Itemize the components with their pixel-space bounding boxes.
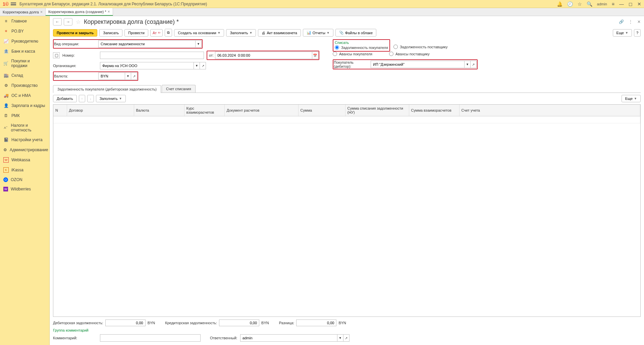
user-label[interactable]: admin xyxy=(597,2,607,6)
dk-icon-button[interactable]: АтКт xyxy=(150,29,163,37)
nav-ozon[interactable]: OOZON xyxy=(0,175,49,184)
nav-admin[interactable]: ⚙Администрирование xyxy=(0,145,49,155)
number-input[interactable] xyxy=(100,52,204,59)
radio-input[interactable] xyxy=(335,45,339,50)
tab-close-icon[interactable]: × xyxy=(108,9,110,14)
favorite-icon[interactable]: ☆ xyxy=(76,19,80,25)
buyer-input[interactable] xyxy=(371,61,465,68)
structure-icon-button[interactable]: ⧉ xyxy=(165,29,172,37)
currency-input[interactable] xyxy=(98,72,125,80)
reports-button[interactable]: 📊 Отчеты ▼ xyxy=(303,29,333,37)
nav-label: Руководителю xyxy=(11,39,38,44)
col-amount[interactable]: Сумма xyxy=(298,105,345,116)
close-icon[interactable]: ✕ xyxy=(637,1,641,7)
nav-rmk[interactable]: 🗓РМК xyxy=(0,111,49,121)
nav-main[interactable]: ≡Главное xyxy=(0,16,49,26)
tab-debt-adjust[interactable]: Корректировка долга × xyxy=(0,8,46,16)
fill-grid-button[interactable]: Заполнить ▼ xyxy=(96,95,126,102)
op-type-input[interactable] xyxy=(98,40,196,48)
debt-grid[interactable]: N Договор Валюта Курс взаиморасчетов Док… xyxy=(53,104,641,317)
post-button[interactable]: Провести xyxy=(124,29,148,37)
history-icon[interactable]: 🕘 xyxy=(567,1,573,7)
act-button[interactable]: 🖨 Акт взаимозачета xyxy=(258,29,301,37)
post-and-close-button[interactable]: Провести и закрыть xyxy=(53,29,97,37)
back-button[interactable]: ← xyxy=(53,18,62,25)
col-contract[interactable]: Договор xyxy=(67,105,134,116)
page-title: Корректировка долга (создание) * xyxy=(84,18,179,25)
nav-label: OZON xyxy=(11,177,22,182)
radio-adv-supplier[interactable]: Авансы поставщику xyxy=(389,52,430,56)
maximize-icon[interactable]: ◻ xyxy=(629,1,633,7)
more-button[interactable]: Еще ▼ xyxy=(613,29,632,37)
table-row[interactable] xyxy=(53,116,640,123)
nav-warehouse[interactable]: 🏬Склад xyxy=(0,70,49,80)
move-up-button[interactable]: ↑ xyxy=(79,95,86,102)
nav-bank[interactable]: 🏦Банк и касса xyxy=(0,46,49,56)
star-icon[interactable]: ☆ xyxy=(578,1,582,7)
col-settle-amount[interactable]: Сумма взаиморасчетов xyxy=(409,105,459,116)
nav-payroll[interactable]: 👤Зарплата и кадры xyxy=(0,101,49,111)
menu-icon[interactable] xyxy=(11,1,16,7)
col-account[interactable]: Счет учета xyxy=(459,105,640,116)
nav-manager[interactable]: 📈Руководителю xyxy=(0,36,49,46)
dropdown-icon[interactable]: ▼ xyxy=(196,40,202,48)
nav-buy-sell[interactable]: 🛒Покупки и продажи xyxy=(0,56,49,70)
tab-debt-adjust-new[interactable]: Корректировка долга (создание) * × xyxy=(46,8,113,16)
radio-adv-buyer[interactable]: Авансы покупателя xyxy=(333,52,386,56)
grid-more-button[interactable]: Еще ▼ xyxy=(622,95,641,102)
col-writeoff-nu[interactable]: Сумма списания задолженности (НУ) xyxy=(345,105,409,116)
forward-button[interactable]: → xyxy=(64,18,72,25)
link-icon[interactable]: 🔗 xyxy=(619,19,624,24)
radio-input[interactable] xyxy=(333,52,337,56)
date-input[interactable] xyxy=(215,52,312,59)
nav-assets[interactable]: 🚚ОС и НМА xyxy=(0,91,49,101)
move-down-button[interactable]: ↓ xyxy=(87,95,94,102)
open-icon[interactable]: ↗ xyxy=(343,334,350,342)
nav-wildberries[interactable]: WWildberries xyxy=(0,184,49,194)
responsible-input[interactable] xyxy=(240,334,337,342)
dropdown-icon[interactable]: ▼ xyxy=(194,62,200,69)
calendar-icon[interactable]: 📅 xyxy=(312,52,318,59)
open-icon[interactable]: ↗ xyxy=(200,62,206,69)
col-n[interactable]: N xyxy=(53,105,67,116)
open-icon[interactable]: ↗ xyxy=(131,72,137,80)
clip-icon: 📎 xyxy=(339,31,344,35)
write-button[interactable]: Записать xyxy=(99,29,122,37)
nav-webkassa[interactable]: WWebkassa xyxy=(0,155,49,165)
add-row-button[interactable]: Добавить xyxy=(53,95,77,102)
nav-acct-settings[interactable]: 📓Настройки учета xyxy=(0,135,49,145)
nav-poby[interactable]: ✶PO.BY xyxy=(0,26,49,36)
tab-writeoff-account[interactable]: Счет списания xyxy=(162,85,196,93)
search-icon[interactable]: 🔍 xyxy=(587,1,592,7)
comment-input[interactable] xyxy=(100,334,201,342)
nav-production[interactable]: ⚙Производство xyxy=(0,80,49,91)
fill-button[interactable]: Заполнить ▼ xyxy=(226,29,256,37)
radio-debt-buyer[interactable]: Задолженность покупателя xyxy=(335,45,388,50)
org-input[interactable] xyxy=(100,62,194,69)
radio-input[interactable] xyxy=(389,52,393,56)
minimize-icon[interactable]: — xyxy=(619,1,624,7)
tab-close-icon[interactable]: × xyxy=(40,10,43,14)
tab-buyer-debt[interactable]: Задолженность покупателя (дебиторская за… xyxy=(53,85,161,93)
dropdown-icon[interactable]: ▼ xyxy=(465,61,471,68)
diff-cur: BYN xyxy=(338,321,346,325)
dropdown-icon[interactable]: ▼ xyxy=(337,334,343,342)
close-page-icon[interactable]: ✕ xyxy=(637,19,641,24)
create-based-button[interactable]: Создать на основании ▼ xyxy=(174,29,224,37)
kebab-icon[interactable]: ⋮ xyxy=(629,19,633,24)
settings-icon[interactable]: ≡ xyxy=(612,1,614,7)
help-button[interactable]: ? xyxy=(634,29,641,37)
col-settle-doc[interactable]: Документ расчетов xyxy=(224,105,298,116)
nav-label: Покупки и продажи xyxy=(11,59,46,68)
dropdown-icon[interactable]: ▼ xyxy=(125,72,131,80)
nav-tax[interactable]: A˅Налоги и отчетность xyxy=(0,121,49,135)
debit-cur: BYN xyxy=(148,321,155,325)
col-currency[interactable]: Валюта xyxy=(134,105,184,116)
radio-input[interactable] xyxy=(393,45,398,49)
col-rate[interactable]: Курс взаиморасчетов xyxy=(184,105,224,116)
bell-icon[interactable]: 🔔 xyxy=(557,1,562,7)
radio-debt-supplier[interactable]: Задолженность поставщику xyxy=(393,45,448,49)
nav-ikassa[interactable]: KiKassa xyxy=(0,165,49,175)
open-icon[interactable]: ↗ xyxy=(471,61,477,68)
files-cloud-button[interactable]: 📎 Файлы в облаке xyxy=(335,29,376,37)
